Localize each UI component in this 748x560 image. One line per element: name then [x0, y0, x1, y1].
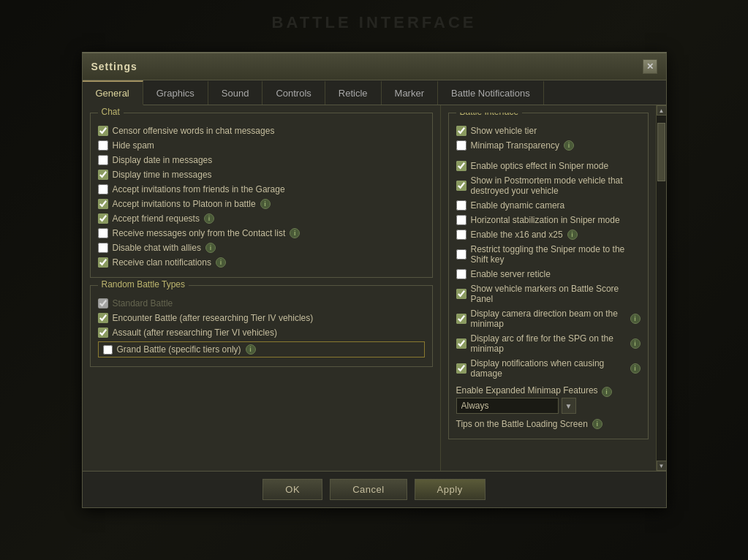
grand-battle-info-icon[interactable]: i: [246, 344, 256, 355]
disable-chat-label[interactable]: Disable chat with allies: [113, 243, 201, 253]
grand-battle-checkbox[interactable]: [103, 345, 113, 355]
display-notif-info-icon[interactable]: i: [630, 363, 641, 374]
enable-dynamic-label[interactable]: Enable dynamic camera: [471, 200, 565, 211]
accept-platoon-checkbox[interactable]: [98, 199, 108, 209]
tab-controls[interactable]: Controls: [262, 80, 325, 105]
receive-clan-checkbox[interactable]: [98, 257, 108, 268]
enable-optics-checkbox[interactable]: [456, 161, 466, 171]
scroll-thumb[interactable]: [657, 123, 665, 181]
accept-friend-info-icon[interactable]: i: [204, 213, 214, 224]
show-postmortem-label[interactable]: Show in Postmortem mode vehicle that des…: [471, 175, 641, 196]
minimap-select[interactable]: Always Never Sometimes: [456, 398, 559, 414]
cancel-button[interactable]: Cancel: [330, 479, 407, 500]
content-area: Chat Censor offensive words in chat mess…: [83, 105, 666, 471]
checkbox-display-notif: Display notifications when causing damag…: [456, 356, 641, 381]
checkbox-encounter: Encounter Battle (after researching Tier…: [98, 311, 425, 325]
receive-clan-label[interactable]: Receive clan notifications: [113, 257, 211, 268]
minimap-transparency-checkbox[interactable]: [456, 140, 466, 151]
tips-info-icon[interactable]: i: [592, 419, 602, 429]
enable-dynamic-checkbox[interactable]: [456, 200, 466, 211]
minimap-dropdown-container: Enable Expanded Minimap Features i Alway…: [456, 385, 641, 414]
scroll-up-arrow[interactable]: ▲: [657, 105, 666, 116]
close-button[interactable]: ✕: [643, 59, 657, 74]
display-arc-label[interactable]: Display arc of fire for the SPG on the m…: [471, 333, 626, 354]
receive-clan-info-icon[interactable]: i: [216, 257, 226, 268]
hide-spam-checkbox[interactable]: [98, 140, 108, 151]
display-camera-info-icon[interactable]: i: [630, 314, 641, 324]
enable-x16-info-icon[interactable]: i: [567, 230, 578, 240]
enable-server-checkbox[interactable]: [456, 269, 466, 279]
horizontal-stab-label[interactable]: Horizontal stabilization in Sniper mode: [471, 215, 620, 225]
assault-checkbox[interactable]: [98, 328, 108, 338]
display-arc-checkbox[interactable]: [456, 338, 466, 349]
ok-button[interactable]: OK: [262, 479, 322, 500]
minimap-dropdown-arrow[interactable]: ▼: [562, 398, 576, 414]
receive-contact-info-icon[interactable]: i: [290, 228, 300, 238]
display-camera-checkbox[interactable]: [456, 314, 466, 324]
display-date-checkbox[interactable]: [98, 155, 108, 165]
hide-spam-label[interactable]: Hide spam: [113, 140, 154, 151]
accept-garage-checkbox[interactable]: [98, 184, 108, 194]
receive-contact-label[interactable]: Receive messages only from the Contact l…: [113, 228, 286, 238]
checkbox-show-markers: Show vehicle markers on Battle Score Pan…: [456, 281, 641, 306]
right-panel: Battle Interface Show vehicle tier Minim…: [441, 105, 666, 471]
disable-chat-info-icon[interactable]: i: [205, 243, 216, 253]
tab-graphics[interactable]: Graphics: [143, 80, 208, 105]
display-arc-info-icon[interactable]: i: [630, 338, 641, 349]
show-tier-label[interactable]: Show vehicle tier: [471, 126, 537, 136]
show-tier-checkbox[interactable]: [456, 126, 466, 136]
tab-reticle[interactable]: Reticle: [325, 80, 382, 105]
apply-button[interactable]: Apply: [415, 479, 486, 500]
display-camera-label[interactable]: Display camera direction beam on the min…: [471, 309, 626, 329]
minimap-dropdown-info-icon[interactable]: i: [602, 387, 612, 397]
random-section: Random Battle Types Standard Battle Enco…: [90, 285, 433, 367]
censor-label[interactable]: Censor offensive words in chat messages: [113, 126, 275, 136]
enable-x16-label[interactable]: Enable the x16 and x25: [471, 230, 563, 240]
encounter-label[interactable]: Encounter Battle (after researching Tier…: [113, 313, 314, 323]
show-markers-label[interactable]: Show vehicle markers on Battle Score Pan…: [471, 284, 641, 304]
tab-sound[interactable]: Sound: [208, 80, 263, 105]
checkbox-enable-optics: Enable optics effect in Sniper mode: [456, 159, 641, 173]
receive-contact-checkbox[interactable]: [98, 228, 108, 238]
display-time-checkbox[interactable]: [98, 170, 108, 180]
checkbox-minimap-transparency: Minimap Transparency i: [456, 138, 641, 153]
horizontal-stab-checkbox[interactable]: [456, 215, 466, 225]
chat-section: Chat Censor offensive words in chat mess…: [90, 113, 433, 278]
display-notif-checkbox[interactable]: [456, 363, 466, 374]
scroll-bar[interactable]: ▲ ▼: [656, 105, 666, 471]
tab-marker[interactable]: Marker: [382, 80, 438, 105]
checkbox-display-time: Display time in messages: [98, 167, 425, 182]
restrict-sniper-checkbox[interactable]: [456, 249, 466, 260]
assault-label[interactable]: Assault (after researching Tier VI vehic…: [113, 328, 277, 338]
enable-server-label[interactable]: Enable server reticle: [471, 269, 551, 279]
enable-x16-checkbox[interactable]: [456, 230, 466, 240]
settings-dialog: Settings ✕ General Graphics Sound Contro…: [82, 52, 667, 508]
enable-optics-label[interactable]: Enable optics effect in Sniper mode: [471, 161, 609, 171]
spacer: [456, 153, 641, 159]
restrict-sniper-label[interactable]: Restrict toggling the Sniper mode to the…: [471, 244, 641, 265]
censor-checkbox[interactable]: [98, 126, 108, 136]
tab-general[interactable]: General: [83, 80, 143, 105]
accept-platoon-label[interactable]: Accept invitations to Platoon in battle: [113, 199, 256, 209]
checkbox-enable-dynamic: Enable dynamic camera: [456, 198, 641, 213]
disable-chat-checkbox[interactable]: [98, 243, 108, 253]
show-markers-checkbox[interactable]: [456, 289, 466, 299]
display-date-label[interactable]: Display date in messages: [113, 155, 213, 165]
right-panel-inner[interactable]: Battle Interface Show vehicle tier Minim…: [448, 113, 659, 463]
accept-platoon-info-icon[interactable]: i: [260, 199, 271, 209]
accept-friend-label[interactable]: Accept friend requests: [113, 213, 200, 224]
show-postmortem-checkbox[interactable]: [456, 181, 466, 191]
tab-battle-notifications[interactable]: Battle Notifications: [438, 80, 544, 105]
scroll-down-arrow[interactable]: ▼: [657, 461, 666, 471]
accept-friend-checkbox[interactable]: [98, 213, 108, 224]
display-notif-label[interactable]: Display notifications when causing damag…: [471, 358, 626, 379]
scroll-track[interactable]: [657, 116, 666, 461]
minimap-transparency-label[interactable]: Minimap Transparency: [471, 140, 559, 151]
accept-garage-label[interactable]: Accept invitations from friends in the G…: [113, 184, 285, 194]
checkbox-standard: Standard Battle: [98, 296, 425, 311]
grand-battle-label[interactable]: Grand Battle (specific tiers only): [117, 344, 241, 355]
display-time-label[interactable]: Display time in messages: [113, 170, 212, 180]
title-bar: Settings ✕: [83, 53, 666, 80]
encounter-checkbox[interactable]: [98, 313, 108, 323]
minimap-transparency-info-icon[interactable]: i: [564, 140, 574, 151]
